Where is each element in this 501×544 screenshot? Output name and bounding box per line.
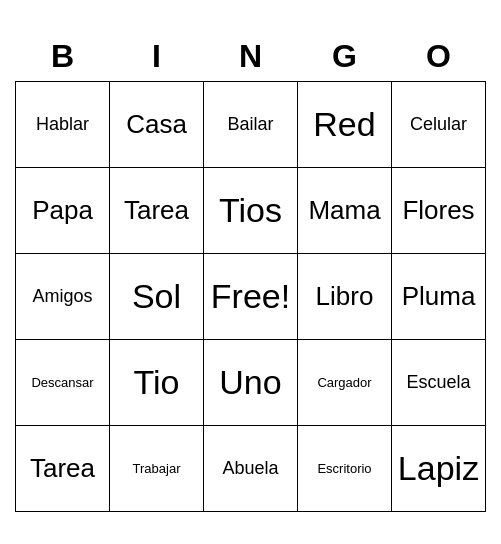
header-letter-i: I: [110, 32, 204, 81]
cell-1-3: Mama: [298, 167, 392, 253]
cell-1-4: Flores: [392, 167, 486, 253]
cell-4-4: Lapiz: [392, 425, 486, 511]
grid-row-2: AmigosSolFree!LibroPluma: [16, 253, 486, 339]
cell-3-0: Descansar: [16, 339, 110, 425]
bingo-grid: HablarCasaBailarRedCelularPapaTareaTiosM…: [15, 81, 486, 512]
header-letter-b: B: [16, 32, 110, 81]
grid-row-1: PapaTareaTiosMamaFlores: [16, 167, 486, 253]
header-letter-g: G: [298, 32, 392, 81]
cell-1-1: Tarea: [110, 167, 204, 253]
cell-0-1: Casa: [110, 81, 204, 167]
cell-2-3: Libro: [298, 253, 392, 339]
cell-2-0: Amigos: [16, 253, 110, 339]
grid-row-3: DescansarTioUnoCargadorEscuela: [16, 339, 486, 425]
cell-0-3: Red: [298, 81, 392, 167]
cell-1-0: Papa: [16, 167, 110, 253]
cell-2-4: Pluma: [392, 253, 486, 339]
cell-3-1: Tio: [110, 339, 204, 425]
cell-4-1: Trabajar: [110, 425, 204, 511]
header-letter-n: N: [204, 32, 298, 81]
cell-4-2: Abuela: [204, 425, 298, 511]
cell-0-0: Hablar: [16, 81, 110, 167]
cell-3-3: Cargador: [298, 339, 392, 425]
grid-row-0: HablarCasaBailarRedCelular: [16, 81, 486, 167]
cell-1-2: Tios: [204, 167, 298, 253]
cell-2-2: Free!: [204, 253, 298, 339]
cell-4-0: Tarea: [16, 425, 110, 511]
cell-2-1: Sol: [110, 253, 204, 339]
cell-3-2: Uno: [204, 339, 298, 425]
bingo-header: BINGO: [16, 32, 486, 81]
cell-0-4: Celular: [392, 81, 486, 167]
header-letter-o: O: [392, 32, 486, 81]
cell-3-4: Escuela: [392, 339, 486, 425]
cell-4-3: Escritorio: [298, 425, 392, 511]
grid-row-4: TareaTrabajarAbuelaEscritorioLapiz: [16, 425, 486, 511]
cell-0-2: Bailar: [204, 81, 298, 167]
